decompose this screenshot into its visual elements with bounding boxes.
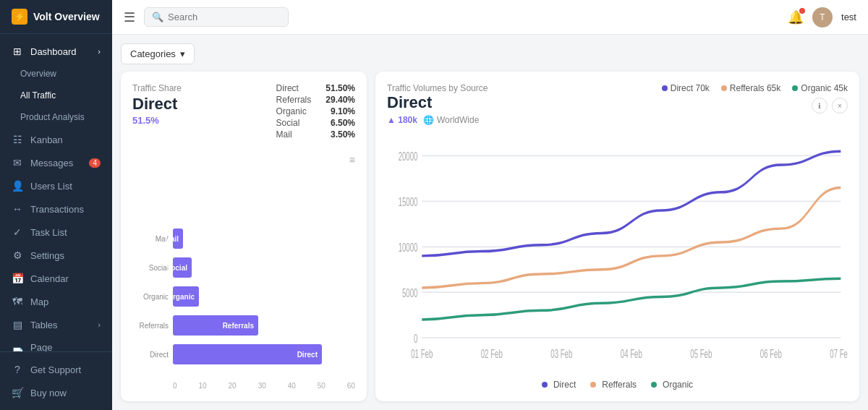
volumes-legend-item: Direct 70k [662,83,710,93]
sidebar-item-buy-now[interactable]: 🛒Buy now [0,381,112,404]
sidebar-icon-map: 🗺 [12,296,23,307]
legend-item-social: Social6.50% [276,118,355,128]
hamburger-icon[interactable]: ☰ [124,9,135,25]
bar-axis: 0102030405060 [132,379,355,390]
traffic-percentage: 51.5% [132,115,182,126]
svg-text:10000: 10000 [399,240,418,255]
sidebar-label-buy-now: Buy now [30,388,67,398]
volumes-title: Direct [387,93,488,112]
sidebar-item-messages[interactable]: ✉Messages4 [0,151,112,174]
sidebar-item-kanban[interactable]: ☷Kanban [0,128,112,151]
sidebar-item-product-analysis[interactable]: Product Analysis [0,106,112,128]
sidebar-item-map[interactable]: 🗺Map [0,290,112,313]
line-chart-wrapper: 2000015000100005000001 Feb02 Feb03 Feb04… [387,125,848,375]
line-chart-svg: 2000015000100005000001 Feb02 Feb03 Feb04… [387,125,848,375]
bar-row-social: Social Social [132,257,355,278]
legend-dot [662,85,668,91]
sidebar-icon-get-support: ? [12,364,23,375]
sidebar-icon-kanban: ☷ [12,134,23,145]
volumes-legend: Direct 70kRefferals 65kOrganic 45k [662,83,848,93]
legend-item-direct: Direct51.50% [276,83,355,93]
volumes-header: Traffic Volumes by Source Direct ▲ 180k … [387,83,848,125]
legend-item-mail: Mail3.50% [276,129,355,140]
sidebar-label-users-list: Users List [30,181,72,192]
bar-fill-mail: Mail [173,229,183,249]
bottom-legend-item: Direct [542,380,576,390]
volumes-region: 🌐 WorldWide [423,115,479,125]
bar-label-organic: Organic [132,293,169,301]
chart-info-button[interactable]: ℹ [812,98,827,114]
axis-label: 10 [199,382,207,390]
legend-dot [792,85,798,91]
volumes-title-area: Traffic Volumes by Source Direct ▲ 180k … [387,83,488,125]
sidebar-label-dashboard: Dashboard [30,46,77,57]
svg-text:15000: 15000 [399,195,418,209]
sidebar-item-get-support[interactable]: ?Get Support [0,358,112,381]
sidebar-icon-buy-now: 🛒 [12,387,23,398]
sidebar-label-get-support: Get Support [30,364,81,375]
sidebar-item-overview[interactable]: Overview [0,63,112,85]
sidebar-item-settings[interactable]: ⚙Settings [0,244,112,267]
volumes-legend-item: Organic 45k [792,83,848,93]
traffic-share-label: Traffic Share [132,83,182,93]
sidebar-nav: ⊞Dashboard›OverviewAll TrafficProduct An… [0,34,112,351]
svg-text:07 Feb: 07 Feb [830,346,848,361]
sidebar-label-tables: Tables [30,320,58,330]
sidebar-item-transactions[interactable]: ↔Transactions [0,197,112,221]
traffic-legend: Direct51.50%Referrals29.40%Organic9.10%S… [276,83,355,141]
notification-badge [799,8,805,14]
bar-row-referrals: Referrals Referrals [132,315,355,336]
chart-menu-icon[interactable]: ≡ [349,154,355,166]
sidebar-icon-users-list: 👤 [12,180,23,192]
svg-text:04 Feb: 04 Feb [621,346,642,361]
bar-fill-direct: Direct [173,344,322,364]
sidebar-item-calendar[interactable]: 📅Calendar [0,267,112,290]
chevron-dashboard: › [98,47,101,56]
user-name: test [841,12,856,22]
sidebar-item-all-traffic[interactable]: All Traffic [0,85,112,106]
brand-icon: ⚡ [12,9,27,25]
sidebar-item-page-examples[interactable]: 📄Page examples› [0,336,112,351]
sidebar-label-all-traffic: All Traffic [20,90,56,101]
categories-button[interactable]: Categories ▾ [121,43,195,64]
chart-close-button[interactable]: × [832,98,848,114]
chevron-tables: › [98,320,101,329]
sidebar-label-overview: Overview [20,69,56,79]
search-input[interactable] [168,12,281,22]
svg-text:0: 0 [414,331,418,346]
sidebar-icon-calendar: 📅 [12,273,23,284]
legend-item-organic: Organic9.10% [276,106,355,116]
sidebar-icon-task-list: ✓ [12,226,23,238]
main-area: ☰ 🔍 🔔 T test Categories ▾ [112,0,868,410]
sidebar-item-task-list[interactable]: ✓Task List [0,221,112,244]
globe-icon: 🌐 [423,115,434,125]
bar-fill-referrals: Referrals [173,315,258,336]
svg-text:5000: 5000 [402,286,418,300]
sidebar-item-dashboard[interactable]: ⊞Dashboard› [0,40,112,63]
sidebar-label-kanban: Kanban [30,134,63,145]
traffic-volumes-card: Traffic Volumes by Source Direct ▲ 180k … [375,72,859,401]
sidebar-label-task-list: Task List [30,227,67,238]
sidebar-label-messages: Messages [30,158,73,168]
svg-text:01 Feb: 01 Feb [411,346,433,361]
sidebar-item-tables[interactable]: ▤Tables› [0,313,112,336]
axis-label: 50 [318,382,326,390]
cards-row: Traffic Share Direct 51.5% Direct51.50%R… [121,72,859,401]
sidebar-label-transactions: Transactions [30,204,84,215]
bar-label-social: Social [132,264,169,272]
legend-dot [721,85,727,91]
sidebar-item-users-list[interactable]: 👤Users List [0,174,112,197]
search-box[interactable]: 🔍 [144,7,289,27]
badge-messages: 4 [89,158,101,168]
sidebar-brand[interactable]: ⚡ Volt Overview [0,0,112,34]
avatar[interactable]: T [812,7,833,27]
sidebar-label-product-analysis: Product Analysis [20,112,85,122]
bottom-legend-item: Refferals [590,380,637,390]
topbar-actions: 🔔 T test [788,7,856,27]
traffic-header: Traffic Share Direct 51.5% Direct51.50%R… [132,83,355,141]
axis-label: 30 [258,382,266,390]
svg-text:20000: 20000 [399,149,418,163]
svg-text:05 Feb: 05 Feb [690,346,712,361]
sidebar-label-map: Map [30,296,48,307]
notification-button[interactable]: 🔔 [788,9,804,25]
